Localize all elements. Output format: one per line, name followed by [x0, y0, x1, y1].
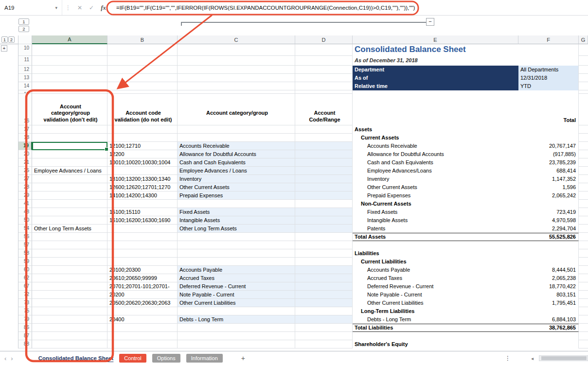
row-header[interactable]: 17 — [18, 125, 32, 134]
cell-f[interactable]: 12/31/2018 — [518, 74, 579, 82]
cell-d[interactable] — [295, 175, 353, 183]
column-header-a[interactable]: A — [32, 35, 107, 44]
sheet-tab-information[interactable]: Information — [186, 354, 223, 363]
cell-c[interactable] — [178, 233, 295, 241]
add-sheet-button[interactable]: + — [241, 354, 245, 362]
row-outline-level-2-button[interactable]: 2 — [8, 36, 15, 43]
insert-function-icon[interactable]: fx — [97, 4, 109, 12]
cell-a[interactable] — [32, 66, 107, 74]
cell-c[interactable]: Fixed Assets — [178, 208, 295, 216]
cell-a[interactable] — [32, 90, 107, 94]
cell-e[interactable] — [353, 332, 518, 340]
cell-d[interactable] — [295, 44, 353, 56]
cell-f[interactable]: 4,970,598 — [518, 216, 579, 225]
cell-d[interactable] — [295, 266, 353, 274]
row-header[interactable]: 67 — [18, 282, 32, 291]
cell-f[interactable]: (917,885) — [518, 150, 579, 158]
cell-f[interactable]: 1,596 — [518, 183, 579, 191]
row-header[interactable]: 14 — [18, 82, 32, 90]
cell-b[interactable]: 20200 — [107, 291, 178, 299]
cell-f[interactable]: All Departments — [518, 66, 579, 74]
cell-d[interactable] — [295, 125, 353, 134]
name-box[interactable]: A19 ▾ — [0, 0, 62, 15]
cell-a[interactable] — [32, 307, 107, 315]
cell-d[interactable] — [295, 183, 353, 191]
cell-e[interactable]: Current Assets — [353, 134, 518, 142]
cell-c[interactable] — [178, 134, 295, 142]
cell-c[interactable] — [178, 241, 295, 249]
cell-f[interactable] — [518, 200, 579, 208]
cell-c[interactable] — [178, 66, 295, 74]
cell-d[interactable] — [295, 66, 353, 74]
expand-rows-button[interactable]: + — [1, 45, 7, 52]
row-header[interactable]: 29 — [18, 191, 32, 200]
cell-e[interactable]: Debts - Long Term — [353, 315, 518, 324]
cell-a[interactable] — [32, 183, 107, 191]
cell-e[interactable]: Assets — [353, 125, 518, 134]
cell-d[interactable] — [295, 332, 353, 340]
cell-b[interactable] — [107, 90, 178, 94]
cell-f[interactable]: 688,414 — [518, 167, 579, 175]
cell-d[interactable] — [295, 56, 353, 66]
cell-c[interactable]: Accrued Taxes — [178, 274, 295, 282]
row-header[interactable]: 50 — [18, 216, 32, 225]
cell-a[interactable] — [32, 200, 107, 208]
next-sheet-icon[interactable]: › — [11, 355, 13, 362]
formula-input[interactable]: =IF(B19="",IF(C19="","",IFERROR(IF(ROWS(… — [109, 5, 588, 11]
cell-f[interactable] — [518, 340, 579, 348]
cell-c[interactable] — [178, 90, 295, 94]
cell-f[interactable] — [518, 249, 579, 258]
column-outline-level-1-button[interactable]: 1 — [18, 18, 29, 25]
cell-d[interactable] — [295, 307, 353, 315]
cell-d[interactable] — [295, 150, 353, 158]
cell-f[interactable] — [518, 332, 579, 340]
cell-e[interactable]: Non-Current Assets — [353, 200, 518, 208]
cell-f[interactable]: YTD — [518, 82, 579, 90]
cell-d[interactable] — [295, 225, 353, 233]
cell-a[interactable] — [32, 315, 107, 324]
cell-d[interactable] — [295, 216, 353, 225]
cell-f[interactable]: 6,884,103 — [518, 315, 579, 324]
cell-e[interactable]: Prepaid Expenses — [353, 191, 518, 200]
cell-e[interactable]: Current Liabilities — [353, 258, 518, 266]
cell-b[interactable] — [107, 225, 178, 233]
cell-c[interactable]: Employee Advances / Loans — [178, 167, 295, 175]
cell-e[interactable]: Other Current Assets — [353, 183, 518, 191]
cell-a[interactable] — [32, 299, 107, 307]
cell-f[interactable]: 8,444,501 — [518, 266, 579, 274]
cell-c[interactable] — [178, 307, 295, 315]
cell-a[interactable] — [32, 208, 107, 216]
row-header[interactable]: 10 — [18, 44, 32, 56]
cell-e[interactable] — [353, 241, 518, 249]
enter-icon[interactable]: ✓ — [86, 4, 97, 11]
row-header[interactable]: 75 — [18, 307, 32, 315]
cell-c[interactable] — [178, 200, 295, 208]
column-header-f[interactable]: F — [518, 35, 579, 44]
row-header[interactable]: 87 — [18, 332, 32, 340]
row-header[interactable]: 56 — [18, 233, 32, 241]
row-header[interactable]: 13 — [18, 74, 32, 82]
cell-e[interactable]: Liabilities — [353, 249, 518, 258]
cell-b[interactable]: 15100;15110 — [107, 208, 178, 216]
cell-f[interactable]: 18,770,422 — [518, 282, 579, 291]
cell-f[interactable]: 1,147,352 — [518, 175, 579, 183]
select-all-corner[interactable] — [18, 35, 32, 44]
cell-c[interactable]: Other Current Assets — [178, 183, 295, 191]
row-header[interactable]: 16 — [18, 94, 32, 125]
cell-e[interactable]: Other Current Liabilities — [353, 299, 518, 307]
column-header-b[interactable]: B — [107, 35, 178, 44]
horizontal-scrollbar-thumb[interactable] — [541, 356, 587, 360]
cell-b[interactable] — [107, 258, 178, 266]
row-header[interactable]: 18 — [18, 134, 32, 142]
cell-b[interactable]: 13100;13200;13300;1340 — [107, 175, 178, 183]
cell-b[interactable]: 20701;20701-101;20701- — [107, 282, 178, 291]
row-header[interactable]: 62 — [18, 274, 32, 282]
cell-f[interactable]: 23,785,239 — [518, 158, 579, 167]
cell-c[interactable]: Intangible Assets — [178, 216, 295, 225]
cell-d[interactable] — [295, 134, 353, 142]
cell-c[interactable]: Allowance for Doubtful Accounts — [178, 150, 295, 158]
row-header[interactable]: 57 — [18, 241, 32, 249]
row-header[interactable]: 28 — [18, 183, 32, 191]
cell-e[interactable]: Employee Advances/Loans — [353, 167, 518, 175]
cell-f[interactable] — [518, 56, 579, 66]
